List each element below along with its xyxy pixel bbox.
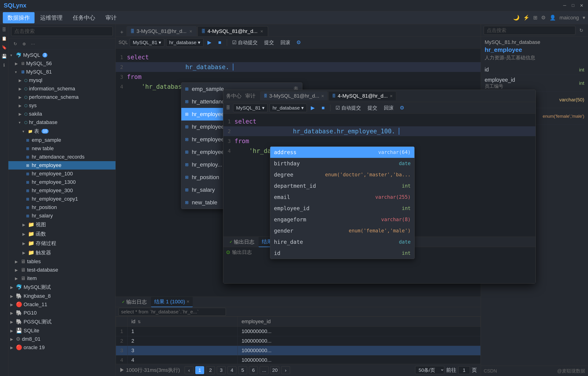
bottom-tab-results[interactable]: 结果 1 (1000) ✕ [151, 297, 193, 307]
history-icon[interactable]: 📋 [1, 35, 8, 42]
overlay-tab-4[interactable]: 🗄 4-MySQL_81@hr_d... ✕ [328, 91, 396, 100]
database-select[interactable]: hr_database ▾ [166, 38, 203, 47]
overlay-auto-commit-button[interactable]: ☑ 自动提交 [333, 103, 363, 112]
page-dots-button[interactable]: ... [260, 366, 269, 374]
sidebar-item-oracle11[interactable]: ▶ 🔴 Oracle_11 [8, 300, 116, 309]
fac-item-email[interactable]: email varchar(255) [270, 191, 414, 203]
close-icon[interactable]: ✕ [186, 299, 189, 304]
sidebar-item-hr-position[interactable]: ⊞ hr_position [8, 203, 116, 211]
table-row[interactable]: 4 4 100000000... [116, 355, 481, 364]
right-refresh-button[interactable]: ↻ [577, 26, 585, 34]
close-icon[interactable]: ✕ [321, 94, 324, 98]
field-autocomplete-dropdown[interactable]: address varchar(64) birthday date degree… [270, 146, 415, 259]
grid-icon[interactable]: ⊞ [533, 15, 537, 21]
overlay-tab-3[interactable]: 🗄 3-MySQL_81@hr_d... ✕ [260, 91, 328, 100]
minimize-button[interactable]: ─ [562, 3, 567, 8]
sidebar-item-mysql3[interactable]: ▾ 🐬 MySQL 3 [8, 51, 116, 59]
sidebar-item-tables[interactable]: ▶ 🖥 tables [8, 257, 116, 266]
run-button[interactable]: ▶ [205, 38, 214, 47]
results-search-input[interactable] [118, 308, 226, 316]
sidebar-item-kingbase8[interactable]: ▶ 🐘 Kingbase_8 [8, 292, 116, 300]
next-page-button[interactable]: › [281, 366, 290, 374]
settings-button[interactable]: ⚙ [294, 38, 303, 47]
db-icon[interactable]: 🗄 [1, 26, 8, 33]
page-3-button[interactable]: 3 [217, 366, 226, 374]
menu-item-tasks[interactable]: 任务中心 [68, 12, 100, 23]
overlay-editor[interactable]: 1 select 2 hr_database.hr_employee_100. … [223, 114, 536, 237]
menu-item-audit[interactable]: 审计 [101, 12, 121, 23]
sidebar-item-performance[interactable]: ▶ ⬡ performance_schema [8, 93, 116, 101]
fac-item-employee-id[interactable]: employee_id int [270, 203, 414, 214]
fac-item-engageform[interactable]: engageform varchar(8) [270, 214, 414, 225]
submit-button[interactable]: 提交 [262, 38, 276, 47]
employee-id-column-header[interactable]: employee_id [238, 317, 481, 327]
user-icon[interactable]: 👤 [549, 15, 556, 21]
close-button[interactable]: ✕ [579, 3, 584, 8]
sidebar-item-pgsql-test[interactable]: ▶ 🐘 PGSQL测试 [8, 317, 116, 326]
sidebar-item-hr-salary[interactable]: ⊞ hr_salary [8, 211, 116, 220]
sidebar-item-dm8[interactable]: ▶ ⚙ dm8_01 [8, 335, 116, 343]
tab-close-button[interactable]: ✕ [188, 29, 193, 34]
page-1-button[interactable]: 1 [195, 366, 204, 374]
refresh-btn[interactable]: ↻ [11, 40, 19, 48]
sidebar-item-test-db[interactable]: ▶ 🖥 test-database [8, 266, 116, 274]
sidebar-item-hr-employee-100[interactable]: ⊞ hr_employee_100 [8, 170, 116, 178]
overlay-stop-button[interactable]: ■ [319, 104, 327, 112]
page-2-button[interactable]: 2 [206, 366, 215, 374]
fac-item-address[interactable]: address varchar(64) [270, 147, 414, 158]
overlay-rollback-button[interactable]: 回滚 [381, 103, 396, 112]
sidebar-item-oracle19[interactable]: ▶ 🔴 oracle 19 [8, 343, 116, 352]
sidebar-item-hr-employee-1300[interactable]: ⊞ hr_employee_1300 [8, 178, 116, 186]
overlay-menu-1[interactable]: 务中心 [226, 92, 242, 100]
sidebar-item-item[interactable]: ▶ 🖥 item [8, 274, 116, 283]
sidebar-item-mysql[interactable]: ▶ ⬡ mysql [8, 76, 116, 85]
overlay-menu-2[interactable]: 审计 [245, 92, 255, 100]
filter-btn[interactable]: ⋯ [29, 40, 37, 48]
theme-toggle[interactable]: 🌙 [513, 15, 519, 21]
stop-button[interactable]: ■ [216, 38, 224, 47]
table-row[interactable]: 1 1 100000000... [116, 327, 481, 336]
page-20-button[interactable]: 20 [270, 366, 279, 374]
overlay-bottom-tab-log[interactable]: ✓ 输出日志 [226, 237, 258, 247]
overlay-run-button[interactable]: ▶ [309, 104, 317, 112]
id-column-header[interactable]: id ⇅ [128, 317, 238, 327]
sidebar-item-hr-employee-300[interactable]: ⊞ hr_employee_300 [8, 186, 116, 195]
overlay-database-select[interactable]: hr_database ▾ [270, 104, 307, 112]
rollback-button[interactable]: 回滚 [278, 38, 293, 47]
add-btn[interactable]: ⊕ [20, 40, 28, 48]
tab-close-button[interactable]: ✕ [260, 29, 264, 34]
page-6-button[interactable]: 6 [249, 366, 258, 374]
info-icon[interactable]: ℹ [1, 62, 8, 69]
tab-4[interactable]: 🗄 4-MySQL_81@hr_d... ✕ [197, 26, 268, 36]
sidebar-item-sakila[interactable]: ▶ ⬡ sakila [8, 110, 116, 118]
page-4-button[interactable]: 4 [228, 366, 236, 374]
sidebar-item-emp-sample[interactable]: ⊞ emp_sample [8, 136, 116, 144]
sidebar-item-sys[interactable]: ▶ ⬡ sys [8, 101, 116, 110]
sidebar-item-hr-attendance[interactable]: ⊞ hr_attendance_records [8, 153, 116, 161]
lang-icon[interactable]: ⚡ [523, 15, 529, 21]
fac-item-gender[interactable]: gender enum('female','male') [270, 225, 414, 236]
menu-item-ops[interactable]: 运维管理 [35, 12, 67, 23]
fac-item-birthday[interactable]: birthday date [270, 158, 414, 169]
sidebar-item-information[interactable]: ▶ ⬡ information_schema [8, 85, 116, 93]
sidebar-item-triggers[interactable]: ▶ 📁 触发器 [8, 248, 116, 257]
settings-icon[interactable]: ⚙ [541, 15, 546, 21]
bookmark-icon[interactable]: 🔖 [1, 44, 8, 51]
menu-item-data[interactable]: 数据操作 [3, 12, 34, 23]
close-icon[interactable]: ✕ [390, 94, 393, 98]
overlay-settings-button[interactable]: ⚙ [398, 104, 406, 112]
save-icon[interactable]: 💾 [1, 53, 8, 60]
auto-commit-button[interactable]: ☑ 自动提交 [230, 38, 260, 47]
sidebar-item-new-table[interactable]: ⊞ new table [8, 144, 116, 153]
tab-3[interactable]: 🗄 3-MySQL_81@hr_d... ✕ [126, 26, 197, 36]
connection-select[interactable]: MySQL_81 ▾ [130, 38, 164, 47]
sidebar-item-functions[interactable]: ▶ 📁 函数 [8, 229, 116, 239]
sidebar-item-mysql81[interactable]: ▾ 🖥 MySQL_81 [8, 68, 116, 76]
sidebar-item-hr-employee-copy1[interactable]: ⊞ hr_employee_copy1 [8, 195, 116, 203]
fac-item-id[interactable]: id int [270, 248, 414, 259]
table-row[interactable]: 3 3 100000000... [116, 346, 481, 355]
maximize-button[interactable]: □ [570, 3, 576, 8]
fac-item-degree[interactable]: degree enum('doctor','master','ba... [270, 169, 414, 180]
prev-page-button[interactable]: ‹ [185, 366, 193, 374]
page-size-select[interactable]: 50条/页 100条/页 200条/页 [415, 366, 444, 374]
